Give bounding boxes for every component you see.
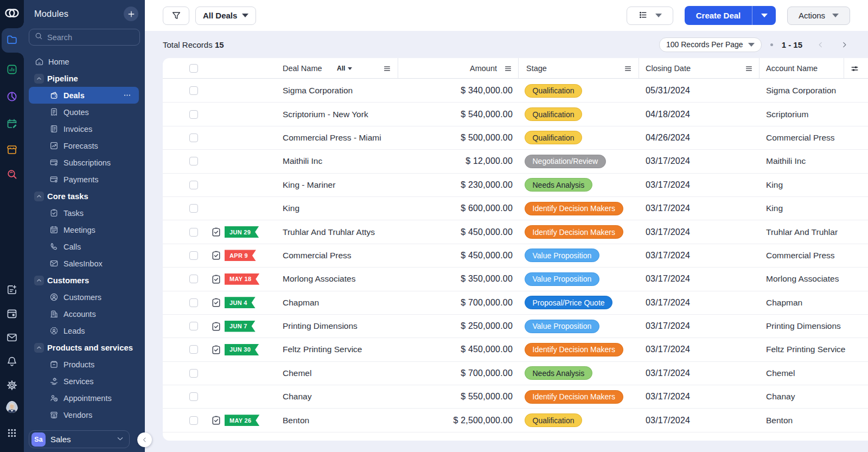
calendar-icon[interactable] [6, 308, 18, 320]
gear-icon[interactable] [6, 379, 18, 391]
org-switcher[interactable]: Sa Sales [29, 430, 130, 448]
sidebar-item-forecasts[interactable]: Forecasts [24, 137, 145, 154]
deal-name-cell[interactable]: Maithili Inc [283, 150, 322, 173]
row-checkbox[interactable] [189, 275, 198, 283]
deal-name-cell[interactable]: Chemel [283, 362, 311, 385]
sidebar-item-deals[interactable]: Deals [29, 87, 139, 104]
deal-name-cell[interactable]: King [283, 197, 299, 220]
next-page-button[interactable] [838, 39, 850, 50]
deal-name-cell[interactable]: Printing Dimensions [283, 315, 358, 338]
task-due-flag[interactable]: JUN 4 [225, 291, 256, 314]
table-row[interactable]: MAY 26Benton$ 2,500,000.00Qualification0… [163, 409, 868, 432]
actions-dropdown[interactable]: Actions [787, 7, 850, 25]
zoho-logo-icon[interactable] [5, 6, 19, 20]
bell-icon[interactable] [6, 355, 18, 367]
row-checkbox[interactable] [189, 416, 198, 425]
stage-menu-icon[interactable] [624, 58, 632, 79]
column-header-deal-name[interactable]: Deal Name [283, 58, 322, 79]
table-row[interactable]: Commercial Press - Miami$ 500,000.00Qual… [163, 126, 868, 150]
apps-grid-icon[interactable] [6, 427, 18, 439]
sidebar-item-payments[interactable]: Payments [24, 171, 145, 188]
sidebar-item-home[interactable]: Home [24, 53, 145, 70]
deal-name-menu-icon[interactable] [383, 58, 391, 79]
sidebar-section-products-and-services[interactable]: Products and services [24, 339, 145, 356]
task-icon[interactable] [211, 291, 221, 314]
sidebar-collapse-button[interactable] [137, 432, 152, 447]
create-deal-button[interactable]: Create Deal [685, 11, 752, 20]
deal-name-cell[interactable]: Chanay [283, 385, 311, 408]
create-deal-more-button[interactable] [752, 6, 776, 25]
closing-date-menu-icon[interactable] [745, 58, 753, 79]
sidebar-item-vendors[interactable]: Vendors [24, 406, 145, 422]
analytics-icon[interactable] [6, 63, 18, 75]
sidebar-section-core-tasks[interactable]: Core tasks [24, 188, 145, 205]
task-due-flag[interactable]: JUN 30 [225, 338, 259, 361]
sidebar-item-calls[interactable]: Calls [24, 238, 145, 255]
column-header-amount[interactable]: Amount [467, 58, 497, 79]
row-checkbox[interactable] [189, 298, 198, 307]
table-row[interactable]: MAY 18Morlong Associates$ 350,000.00Valu… [163, 268, 868, 291]
deal-name-cell[interactable]: Benton [283, 409, 309, 431]
row-checkbox[interactable] [189, 251, 198, 260]
table-row[interactable]: King - Mariner$ 230,000.00Needs Analysis… [163, 174, 868, 197]
deal-name-cell[interactable]: Chapman [283, 291, 319, 314]
chevron-up-icon[interactable] [34, 343, 44, 353]
table-row[interactable]: Scriptorium - New York$ 540,000.00Qualif… [163, 103, 868, 126]
deal-name-cell[interactable]: Commercial Press [283, 244, 352, 267]
records-per-page-dropdown[interactable]: 100 Records Per Page [659, 37, 762, 52]
deal-name-cell[interactable]: Morlong Associates [283, 268, 355, 290]
sidebar-item-accounts[interactable]: Accounts [24, 305, 145, 322]
row-checkbox[interactable] [189, 392, 198, 401]
sidebar-item-services[interactable]: Services [24, 373, 145, 390]
deal-name-cell[interactable]: King - Mariner [283, 174, 335, 196]
deal-name-cell[interactable]: Commercial Press - Miami [283, 126, 381, 149]
sidebar-section-customers[interactable]: Customers [24, 272, 145, 289]
more-options-icon[interactable] [123, 91, 131, 99]
row-checkbox[interactable] [189, 86, 198, 95]
table-row[interactable]: Chanay$ 550,000.00Identify Decision Make… [163, 385, 868, 409]
table-row[interactable]: King$ 600,000.00Identify Decision Makers… [163, 197, 868, 220]
zia-search-icon[interactable] [6, 168, 18, 180]
deal-name-cell[interactable]: Truhlar And Truhlar Attys [283, 220, 375, 243]
sidebar-item-appointments[interactable]: Appointments [24, 390, 145, 406]
compose-icon[interactable] [6, 284, 18, 296]
sidebar-item-products[interactable]: Products [24, 356, 145, 373]
chevron-up-icon[interactable] [34, 276, 44, 285]
table-row[interactable]: APR 9Commercial Press$ 450,000.00Value P… [163, 244, 868, 268]
task-due-flag[interactable]: JUN 29 [225, 220, 259, 243]
amount-menu-icon[interactable] [504, 58, 512, 79]
task-icon[interactable] [211, 220, 221, 243]
mail-icon[interactable] [6, 332, 18, 343]
avatar[interactable] [6, 404, 18, 416]
previous-page-button[interactable] [814, 39, 826, 50]
sidebar-item-meetings[interactable]: Meetings [24, 221, 145, 238]
filter-button[interactable] [163, 7, 189, 25]
table-row[interactable]: JUN 7Printing Dimensions$ 250,000.00Valu… [163, 315, 868, 338]
column-header-closing-date[interactable]: Closing Date [646, 58, 691, 79]
task-icon[interactable] [211, 409, 221, 431]
task-icon[interactable] [211, 315, 221, 338]
column-header-account-name[interactable]: Account Name [766, 58, 818, 79]
all-deals-dropdown[interactable]: All Deals [195, 7, 256, 25]
sidebar-item-quotes[interactable]: Quotes [24, 104, 145, 120]
sidebar-item-invoices[interactable]: Invoices [24, 120, 145, 137]
select-all-checkbox[interactable] [189, 58, 198, 79]
sidebar-item-salesinbox[interactable]: SalesInbox [24, 255, 145, 272]
task-icon[interactable] [211, 244, 221, 267]
row-checkbox[interactable] [189, 181, 198, 189]
folder-icon[interactable] [6, 34, 18, 46]
row-checkbox[interactable] [189, 110, 198, 119]
deal-name-cell[interactable]: Feltz Printing Service [283, 338, 362, 361]
table-row[interactable]: JUN 4Chapman$ 700,000.00Proposal/Price Q… [163, 291, 868, 315]
row-checkbox[interactable] [189, 133, 198, 142]
row-checkbox[interactable] [189, 369, 198, 378]
task-icon[interactable] [211, 338, 221, 361]
table-row[interactable]: Chemel$ 700,000.00Needs Analysis03/17/20… [163, 362, 868, 385]
row-checkbox[interactable] [189, 204, 198, 213]
sidebar-search[interactable] [29, 29, 140, 46]
pie-chart-icon[interactable] [6, 91, 18, 103]
deal-name-cell[interactable]: Scriptorium - New York [283, 103, 368, 125]
table-row[interactable]: JUN 29Truhlar And Truhlar Attys$ 450,000… [163, 220, 868, 244]
task-due-flag[interactable]: JUN 7 [225, 315, 256, 338]
column-header-stage[interactable]: Stage [526, 58, 547, 79]
